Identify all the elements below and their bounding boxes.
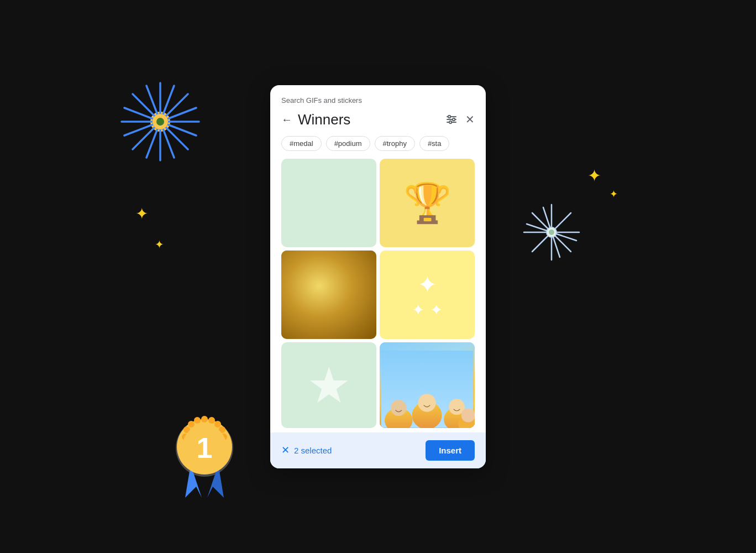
svg-point-55 [182,425,227,469]
svg-point-46 [208,451,215,457]
svg-point-61 [453,118,455,121]
star-icon: ★ [307,356,351,414]
tag-medal[interactable]: #medal [281,136,322,151]
svg-line-25 [532,213,552,232]
svg-point-33 [547,228,556,237]
svg-point-44 [219,441,225,447]
svg-point-49 [188,446,195,453]
sparkle-row-bottom: ✦ ✦ [412,301,443,319]
light-firework-icon [518,199,585,265]
gif-item-2[interactable]: 🏆 [380,159,475,247]
tag-podium[interactable]: #podium [326,136,370,151]
svg-point-52 [183,426,190,433]
tag-trophy[interactable]: #trophy [375,136,415,151]
svg-point-62 [449,121,452,123]
svg-line-7 [160,122,188,149]
close-button[interactable]: ✕ [465,113,475,126]
svg-line-16 [160,86,174,122]
svg-point-34 [549,229,554,235]
svg-line-29 [527,224,552,232]
trophy-icon: 🏆 [403,180,452,226]
insert-button[interactable]: Insert [426,440,475,461]
svg-line-10 [124,108,160,122]
svg-line-17 [146,122,160,158]
gif-item-5[interactable]: ★ [281,342,376,428]
svg-line-8 [160,94,188,122]
svg-line-6 [133,94,160,122]
svg-line-26 [552,232,571,252]
svg-point-38 [177,419,232,474]
selected-info: ✕ 2 selected [281,444,332,456]
svg-point-40 [208,417,215,424]
svg-line-28 [532,232,552,252]
svg-point-51 [182,434,188,440]
svg-marker-36 [185,465,202,498]
svg-point-41 [214,421,221,427]
svg-line-30 [552,232,576,241]
gif-item-6[interactable] [380,342,475,428]
selected-count-label: 2 selected [294,446,332,455]
sparkle-icon-3: ✦ [587,166,601,185]
filter-button[interactable] [445,113,458,126]
sparkle-row-top: ✦ [417,270,438,299]
search-label: Search GIFs and stickers [281,96,475,105]
sparkles-group: ✦ ✦ ✦ [412,251,443,339]
gold-shimmer-bg [281,251,376,339]
filter-icon [445,113,458,126]
sparkle-icon-1: ✦ [135,205,148,223]
nav-title: Winners [298,111,350,128]
svg-line-11 [160,122,196,135]
svg-point-18 [153,114,168,129]
nav-right: ✕ [445,113,475,126]
svg-point-20 [546,227,557,238]
svg-point-53 [188,421,195,427]
svg-line-15 [124,122,160,135]
svg-line-13 [160,122,174,158]
svg-line-12 [146,86,160,122]
svg-point-45 [214,446,221,453]
bottom-bar: ✕ 2 selected Insert [270,432,486,468]
clear-selection-button[interactable]: ✕ [281,444,290,456]
blue-firework-icon [111,72,210,171]
svg-point-19 [156,118,164,126]
sparkle-icon-2: ✦ [155,238,164,251]
svg-marker-37 [207,465,224,498]
back-button[interactable]: ← [281,113,292,126]
svg-point-42 [219,426,225,433]
svg-point-65 [418,394,435,411]
gif-item-4[interactable]: ✦ ✦ ✦ [380,251,475,339]
gif-item-1[interactable] [281,159,376,247]
gif-grid: 🏆 ✦ ✦ ✦ ★ [270,159,486,428]
svg-line-31 [543,207,552,232]
svg-line-9 [133,122,160,149]
svg-point-1 [151,113,169,131]
sparkle-big: ✦ [417,270,438,299]
people-photo-bg [380,342,475,428]
svg-point-50 [183,441,190,447]
svg-point-47 [201,452,208,459]
svg-point-71 [461,408,475,422]
svg-line-32 [552,232,560,257]
svg-point-35 [176,419,233,477]
sparkle-small-left: ✦ [412,301,424,319]
svg-line-14 [160,108,196,122]
svg-point-67 [391,400,407,416]
svg-point-0 [156,117,165,126]
svg-text:1: 1 [197,432,213,464]
gif-item-3[interactable] [281,251,376,339]
svg-point-48 [194,451,201,457]
dialog-header: Search GIFs and stickers ← Winners [270,85,486,151]
tags-row: #medal #podium #trophy #sta [281,136,475,151]
sparkle-icon-4: ✦ [610,188,618,200]
svg-point-39 [201,416,208,422]
tag-sta[interactable]: #sta [419,136,450,151]
sparkle-small-right: ✦ [430,301,443,319]
svg-point-54 [194,417,201,424]
svg-point-43 [221,434,227,440]
svg-line-27 [552,213,571,232]
svg-point-60 [448,116,450,118]
gif-search-dialog: Search GIFs and stickers ← Winners [270,85,486,468]
medal-badge-icon: 1 [160,393,249,503]
nav-left: ← Winners [281,111,350,128]
nav-row: ← Winners ✕ [281,111,475,128]
